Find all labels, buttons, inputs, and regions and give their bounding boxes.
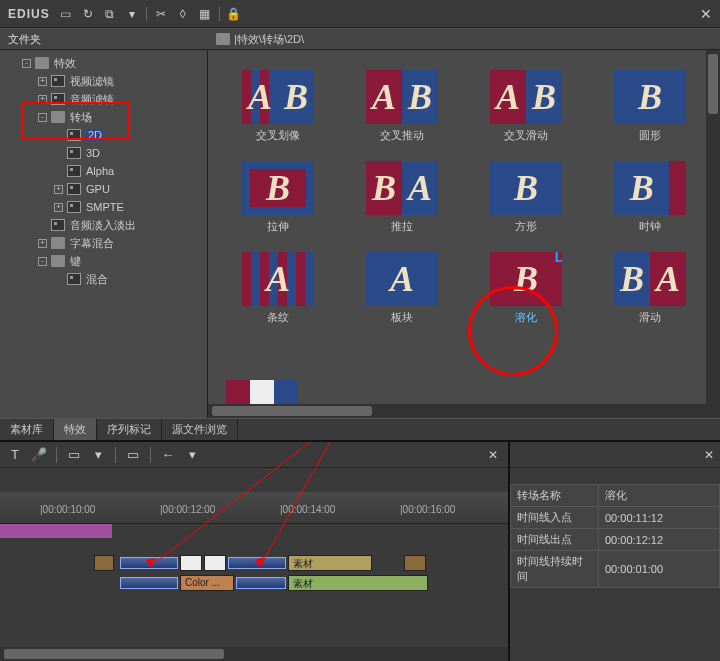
monitor-icon[interactable]: ▭ [65,446,83,464]
close-icon[interactable]: ✕ [704,448,714,462]
scrollbar-horizontal[interactable] [208,404,706,418]
info-row: 时间线出点00:00:12:12 [511,529,720,551]
tree-item-音频滤镜[interactable]: +音频滤镜 [0,91,207,107]
clip[interactable]: 素材 [288,555,372,571]
clip[interactable]: Color ... [180,575,234,591]
mic-icon[interactable]: 🎤 [30,446,48,464]
clip[interactable]: 素材 [288,575,428,591]
thumbnail-image[interactable]: BA [366,161,438,215]
expander-icon[interactable]: - [22,59,31,68]
tab-特效[interactable]: 特效 [54,419,97,440]
rotate-icon[interactable]: ↻ [80,6,96,22]
thumbnail-image[interactable]: BA [614,252,686,306]
close-icon[interactable]: ✕ [700,6,712,22]
folder-icon[interactable] [216,33,230,45]
thumb-交叉推动[interactable]: AB交叉推动 [347,70,457,143]
separator [150,447,151,463]
folder-icon[interactable]: ▭ [124,446,142,464]
tree-label: 混合 [86,272,108,287]
layers-icon[interactable]: ⧉ [102,6,118,22]
timeline-panel[interactable]: T 🎤 ▭ ▾ ▭ ← ▾ ✕ |00:00:10:00 |00:00:12:0… [0,442,510,661]
tab-素材库[interactable]: 素材库 [0,419,54,440]
thumb-交叉滑动[interactable]: AB交叉滑动 [471,70,581,143]
thumbnail-image[interactable]: B [490,161,562,215]
thumb-时钟[interactable]: B时钟 [595,161,705,234]
paint-icon[interactable]: ◊ [175,6,191,22]
transition-clip[interactable] [228,557,286,569]
separator [56,447,57,463]
transition-clip[interactable] [120,577,178,589]
effect-icon [67,147,81,159]
thumbnail-image[interactable]: AB [242,70,314,124]
tree-item-GPU[interactable]: +GPU [0,181,207,197]
tree-item-2D[interactable]: 2D [0,127,207,143]
scissors-icon[interactable]: ✂ [153,6,169,22]
thumbnail-image[interactable]: A [366,252,438,306]
thumb-交叉划像[interactable]: AB交叉划像 [223,70,333,143]
expander-icon[interactable]: + [54,203,63,212]
thumbnail-image[interactable]: BD [490,252,562,306]
timeline-tracks[interactable]: 素材 Color ... 素材 [0,524,508,592]
effect-icon [67,183,81,195]
thumbnail-image[interactable]: B [242,161,314,215]
title-bar: EDIUS ▭ ↻ ⧉ ▾ ✂ ◊ ▦ 🔒 ✕ [0,0,720,28]
scrollbar-vertical[interactable] [706,50,720,418]
tree-item-Alpha[interactable]: Alpha [0,163,207,179]
thumb-推拉[interactable]: BA推拉 [347,161,457,234]
lock-icon[interactable]: 🔒 [226,6,242,22]
timeline-ruler[interactable]: |00:00:10:00 |00:00:12:00 |00:00:14:00 |… [0,492,508,524]
thumbnail-image[interactable]: B [614,161,686,215]
thumbnail-image[interactable]: B [614,70,686,124]
cut-icon[interactable]: T [6,446,24,464]
expander-icon[interactable]: + [54,185,63,194]
arrow-left-icon[interactable]: ← [159,446,177,464]
folder-title: 文件夹 [8,32,41,47]
info-row: 时间线入点00:00:11:12 [511,507,720,529]
thumb-溶化[interactable]: BD溶化 [471,252,581,325]
tree-panel[interactable]: -特效+视频滤镜+音频滤镜-转场2D3DAlpha+GPU+SMPTE音频淡入淡… [0,50,208,418]
dropdown-icon[interactable]: ▾ [183,446,201,464]
clip[interactable] [204,555,226,571]
thumb-方形[interactable]: B方形 [471,161,581,234]
clip[interactable] [180,555,202,571]
thumb-条纹[interactable]: A条纹 [223,252,333,325]
info-panel: ✕ 转场名称溶化时间线入点00:00:11:12时间线出点00:00:12:12… [510,442,720,661]
transition-clip[interactable] [120,557,178,569]
tree-item-混合[interactable]: 混合 [0,271,207,287]
close-icon[interactable]: ✕ [484,446,502,464]
thumb-拉伸[interactable]: B拉伸 [223,161,333,234]
preview-panel[interactable]: AB交叉划像AB交叉推动AB交叉滑动B圆形B拉伸BA推拉B方形B时钟A条纹A板块… [208,50,720,418]
expander-icon[interactable]: + [38,239,47,248]
clip-thumb[interactable] [94,555,114,571]
clip-label: Color ... [185,577,220,588]
tab-序列标记[interactable]: 序列标记 [97,419,162,440]
thumb-label: 圆形 [639,128,661,143]
tree-item-键[interactable]: -键 [0,253,207,269]
scrollbar-horizontal[interactable] [0,647,508,661]
expander-icon[interactable]: + [38,95,47,104]
thumb-滑动[interactable]: BA滑动 [595,252,705,325]
tree-item-字幕混合[interactable]: +字幕混合 [0,235,207,251]
tab-源文件浏览[interactable]: 源文件浏览 [162,419,238,440]
tree-item-SMPTE[interactable]: +SMPTE [0,199,207,215]
folder-icon[interactable]: ▭ [58,6,74,22]
tree-item-视频滤镜[interactable]: +视频滤镜 [0,73,207,89]
tree-item-音频淡入淡出[interactable]: 音频淡入淡出 [0,217,207,233]
thumb-圆形[interactable]: B圆形 [595,70,705,143]
grid-icon[interactable]: ▦ [197,6,213,22]
tree-item-特效[interactable]: -特效 [0,55,207,71]
folder-icon [35,57,49,69]
clip-thumb[interactable] [404,555,426,571]
dropdown-icon[interactable]: ▾ [124,6,140,22]
expander-icon[interactable]: + [38,77,47,86]
thumbnail-image[interactable]: AB [366,70,438,124]
expander-icon[interactable]: - [38,257,47,266]
dropdown-icon[interactable]: ▾ [89,446,107,464]
thumbnail-image[interactable]: AB [490,70,562,124]
expander-icon[interactable]: - [38,113,47,122]
thumbnail-image[interactable]: A [242,252,314,306]
thumb-板块[interactable]: A板块 [347,252,457,325]
transition-clip[interactable] [236,577,286,589]
tree-item-转场[interactable]: -转场 [0,109,207,125]
tree-item-3D[interactable]: 3D [0,145,207,161]
